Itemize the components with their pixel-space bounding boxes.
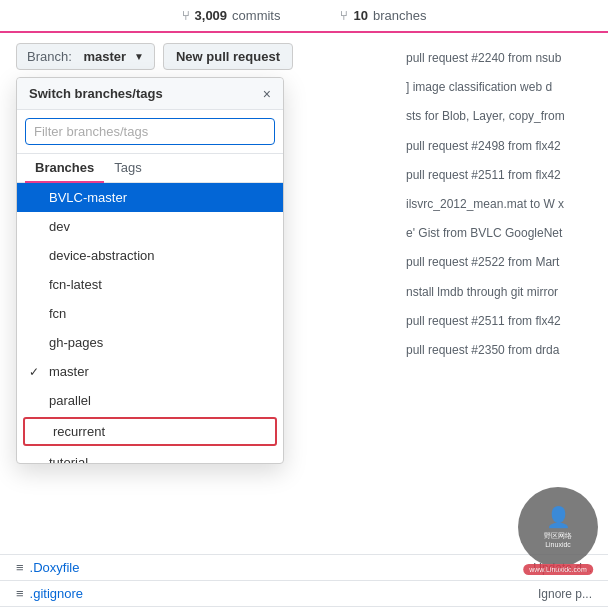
commits-count: 3,009 xyxy=(195,8,228,23)
list-item[interactable]: BVLC-master xyxy=(17,183,283,212)
close-icon[interactable]: × xyxy=(263,87,271,101)
right-content-line: nstall lmdb through git mirror xyxy=(398,278,608,307)
branches-count: 10 xyxy=(353,8,367,23)
right-content-line: e' Gist from BVLC GoogleNet xyxy=(398,219,608,248)
dropdown-search-area xyxy=(17,110,283,154)
file-icon: ≡ xyxy=(16,586,24,601)
table-row: ≡.DoxyfileUpdate d... xyxy=(0,555,608,581)
list-item[interactable]: device-abstraction xyxy=(17,241,283,270)
commits-stat[interactable]: ⑂ 3,009 commits xyxy=(182,8,281,23)
right-content-line: ilsvrc_2012_mean.mat to W x xyxy=(398,190,608,219)
right-content-line: pull request #2240 from nsub xyxy=(398,44,608,73)
right-content-line: pull request #2498 from flx42 xyxy=(398,132,608,161)
file-name[interactable]: .gitignore xyxy=(30,586,83,601)
right-content-line: pull request #2511 from flx42 xyxy=(398,161,608,190)
file-list: ≡.DoxyfileUpdate d...≡.gitignoreIgnore p… xyxy=(0,554,608,607)
right-content-line: pull request #2350 from drda xyxy=(398,336,608,365)
branch-name-label: fcn xyxy=(49,306,66,321)
list-item[interactable]: ✓master xyxy=(17,357,283,386)
branches-icon: ⑂ xyxy=(340,8,348,23)
file-description: Ignore p... xyxy=(538,587,592,601)
chevron-down-icon: ▼ xyxy=(134,51,144,62)
branch-name-label: master xyxy=(49,364,89,379)
watermark-line1: 野区网络 xyxy=(544,531,572,540)
file-icon: ≡ xyxy=(16,560,24,575)
file-description: Update d... xyxy=(533,561,592,575)
dropdown-header: Switch branches/tags × xyxy=(17,78,283,110)
branch-name-label: parallel xyxy=(49,393,91,408)
branch-name-label: gh-pages xyxy=(49,335,103,350)
right-content-line: sts for Blob, Layer, copy_from xyxy=(398,102,608,131)
right-content-line: ] image classification web d xyxy=(398,73,608,102)
commits-icon: ⑂ xyxy=(182,8,190,23)
list-item[interactable]: recurrent xyxy=(23,417,277,446)
tab-tags[interactable]: Tags xyxy=(104,154,151,183)
right-content-line: pull request #2511 from flx42 xyxy=(398,307,608,336)
list-item[interactable]: gh-pages xyxy=(17,328,283,357)
branch-name-label: recurrent xyxy=(53,424,105,439)
list-item[interactable]: tutorial xyxy=(17,448,283,463)
table-row: ≡.gitignoreIgnore p... xyxy=(0,581,608,607)
watermark-line2: Linuxidc xyxy=(545,540,571,549)
branch-name-label: dev xyxy=(49,219,70,234)
branch-name-label: tutorial xyxy=(49,455,88,463)
tab-branches[interactable]: Branches xyxy=(25,154,104,183)
branch-label-text: Branch: xyxy=(27,49,72,64)
dropdown-title: Switch branches/tags xyxy=(29,86,163,101)
right-content-panel: pull request #2240 from nsub] image clas… xyxy=(398,0,608,365)
branch-list: BVLC-masterdevdevice-abstractionfcn-late… xyxy=(17,183,283,463)
list-item[interactable]: fcn-latest xyxy=(17,270,283,299)
list-item[interactable]: parallel xyxy=(17,386,283,415)
watermark-icon: 👤 xyxy=(546,505,571,529)
file-name[interactable]: .Doxyfile xyxy=(30,560,80,575)
commits-label: commits xyxy=(232,8,280,23)
dropdown-tabs: Branches Tags xyxy=(17,154,283,183)
branch-selector[interactable]: Branch: master ▼ xyxy=(16,43,155,70)
branch-name-label: BVLC-master xyxy=(49,190,127,205)
new-pull-request-button[interactable]: New pull request xyxy=(163,43,293,70)
list-item[interactable]: fcn xyxy=(17,299,283,328)
branch-filter-input[interactable] xyxy=(25,118,275,145)
right-content-line: pull request #2522 from Mart xyxy=(398,248,608,277)
branch-name-text: master xyxy=(83,49,126,64)
check-icon: ✓ xyxy=(29,365,43,379)
branch-name-label: device-abstraction xyxy=(49,248,155,263)
list-item[interactable]: dev xyxy=(17,212,283,241)
branch-name-label: fcn-latest xyxy=(49,277,102,292)
branch-dropdown: Switch branches/tags × Branches Tags BVL… xyxy=(16,77,284,464)
